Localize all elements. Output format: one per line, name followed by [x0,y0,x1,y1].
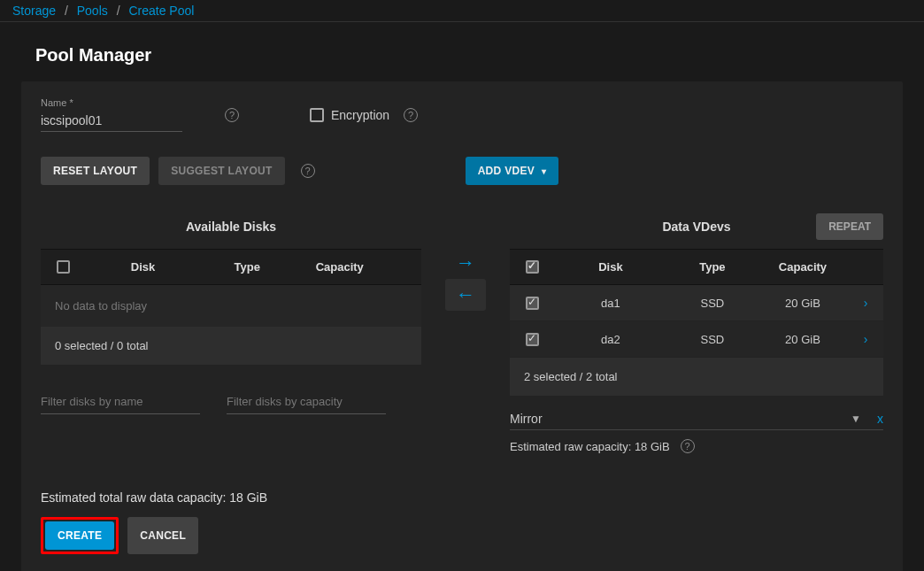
pool-manager-panel: Name * ? Encryption ? RESET LAYOUT SUGGE… [21,81,903,571]
reset-layout-button[interactable]: RESET LAYOUT [41,157,150,185]
select-all-checkbox[interactable] [57,260,70,274]
remove-vdev-button[interactable]: x [877,412,883,426]
breadcrumb-pools[interactable]: Pools [77,4,108,18]
help-icon[interactable]: ? [301,164,315,178]
filter-name-input[interactable] [41,390,200,414]
vdev-selection: 2 selected / 2 total [510,358,883,396]
breadcrumb-sep: / [117,4,120,18]
cancel-button[interactable]: CANCEL [127,517,198,554]
expand-row-icon[interactable]: › [864,332,868,346]
suggest-layout-button[interactable]: SUGGEST LAYOUT [158,157,284,185]
empty-message: No data to display [41,285,421,327]
filter-capacity-input[interactable] [227,390,386,414]
available-disks-title: Available Disks [186,220,276,234]
select-all-vdev-checkbox[interactable] [526,260,539,274]
cell-capacity: 20 GiB [758,322,848,357]
arrow-left-icon: ← [456,283,475,306]
data-vdevs-title: Data VDevs [662,220,730,234]
move-right-button[interactable]: → [445,247,486,279]
page-title: Pool Manager [0,22,924,81]
expand-row-icon[interactable]: › [864,296,868,310]
total-capacity: Estimated total raw data capacity: 18 Gi… [41,490,883,505]
cell-capacity: 20 GiB [758,286,848,320]
caret-down-icon[interactable]: ▼ [851,413,861,425]
vdev-layout-select[interactable]: Mirror [510,412,543,426]
col-type[interactable]: Type [667,250,758,284]
row-checkbox[interactable] [526,297,539,310]
caret-down-icon: ▾ [542,166,546,176]
breadcrumb: Storage / Pools / Create Pool [0,0,924,22]
breadcrumb-create-pool[interactable]: Create Pool [128,4,194,18]
arrow-right-icon: → [456,251,475,274]
col-type[interactable]: Type [201,250,293,284]
create-highlight: CREATE [41,517,119,554]
name-input[interactable] [41,110,182,132]
vdevs-table: Disk Type Capacity da1 SSD 20 GiB › da2 … [510,249,883,396]
encryption-label: Encryption [331,108,389,122]
repeat-button[interactable]: REPEAT [816,213,883,240]
help-icon[interactable]: ? [225,108,239,122]
breadcrumb-storage[interactable]: Storage [12,4,56,18]
name-label: Name * [41,97,182,108]
move-left-button[interactable]: ← [445,279,486,311]
cell-type: SSD [667,322,758,357]
cell-type: SSD [667,286,758,320]
cell-disk: da2 [554,322,667,357]
col-capacity[interactable]: Capacity [294,250,386,284]
create-button[interactable]: CREATE [45,521,114,550]
row-checkbox[interactable] [526,333,539,346]
help-icon[interactable]: ? [404,108,418,122]
col-disk[interactable]: Disk [85,250,201,284]
encryption-checkbox[interactable] [310,108,324,122]
available-disks-table: Disk Type Capacity No data to display 0 … [41,249,421,365]
col-disk[interactable]: Disk [554,250,667,284]
cell-disk: da1 [554,286,667,320]
breadcrumb-sep: / [65,4,68,18]
add-vdev-button[interactable]: ADD VDEV ▾ [466,157,559,185]
col-capacity[interactable]: Capacity [758,250,848,284]
estimated-capacity: Estimated raw capacity: 18 GiB [510,440,670,453]
available-selection: 0 selected / 0 total [41,327,421,365]
help-icon[interactable]: ? [681,439,695,453]
